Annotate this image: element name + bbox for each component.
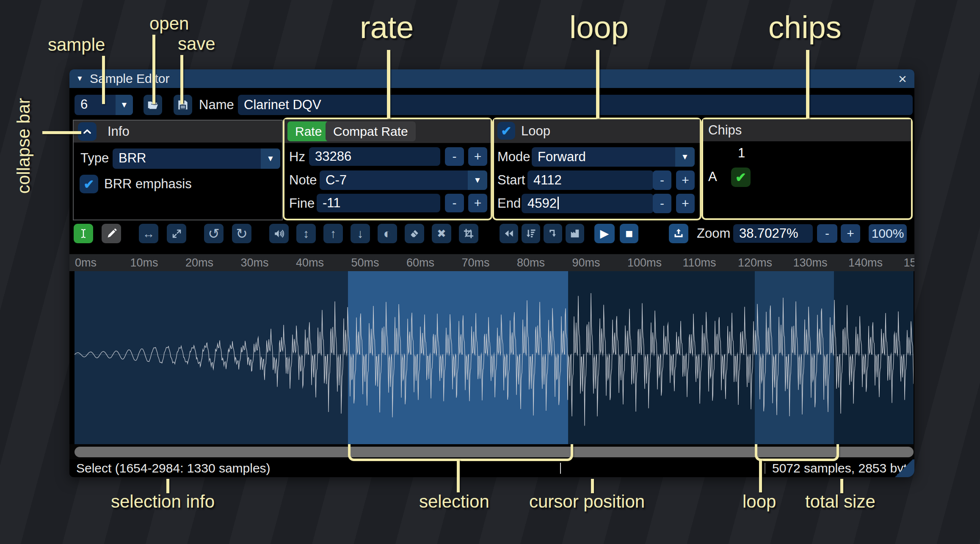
chevron-down-icon: ▼ — [261, 148, 280, 169]
edit-mode-select-button[interactable] — [74, 224, 93, 243]
annotation-sample: sample — [48, 35, 105, 55]
ruler-tick-label: 50ms — [351, 254, 379, 271]
fade-out-button[interactable]: ↓ — [351, 224, 370, 243]
preview-play-button[interactable]: ▶ — [594, 224, 615, 243]
annotation-chips: chips — [768, 9, 842, 45]
annotation-selection: selection — [419, 492, 489, 512]
zoom-reset-button[interactable]: 100% — [869, 224, 907, 243]
info-panel-header: Info — [74, 121, 282, 143]
loop-start-minus-button[interactable]: - — [653, 170, 671, 190]
silence-button[interactable] — [405, 224, 424, 243]
hz-input[interactable]: 33286 — [309, 147, 440, 166]
fine-label: Fine — [289, 194, 315, 213]
annotation-line-chips — [806, 50, 809, 118]
checkmark-icon: ✔ — [501, 124, 511, 138]
ruler-tick-label: 120ms — [738, 254, 772, 271]
preview-stop-button[interactable]: ■ — [620, 224, 638, 243]
ruler-tick-label: 130ms — [793, 254, 828, 271]
loop-mode-value: Forward — [532, 147, 675, 167]
timeline-ruler[interactable]: 0ms10ms20ms30ms40ms50ms60ms70ms80ms90ms1… — [69, 254, 914, 271]
delete-button[interactable]: ✖ — [432, 224, 451, 243]
title-bar[interactable]: ▼ Sample Editor × — [69, 69, 914, 88]
i-beam-cursor-icon — [77, 227, 89, 240]
loop-checkbox[interactable]: ✔ — [497, 122, 515, 140]
loop-mode-select[interactable]: Forward ▼ — [532, 147, 695, 167]
loop-end-plus-button[interactable]: + — [676, 194, 695, 213]
undo-button[interactable]: ↺ — [204, 224, 224, 243]
tab-compat-rate[interactable]: Compat Rate — [326, 121, 416, 141]
normalize-button[interactable]: ↕ — [296, 224, 316, 243]
window-collapse-triangle-icon[interactable]: ▼ — [76, 69, 83, 88]
zoom-input[interactable]: 38.7027% — [733, 224, 813, 243]
status-separator — [765, 463, 765, 474]
annotation-line-sample — [102, 56, 105, 104]
ruler-tick-label: 10ms — [130, 254, 158, 271]
annotation-open: open — [149, 14, 189, 34]
chevron-up-icon — [82, 126, 93, 137]
fine-minus-button[interactable]: - — [445, 194, 464, 212]
note-value: C-7 — [320, 170, 468, 190]
amplify-button[interactable] — [269, 224, 289, 243]
ruler-tick-label: 20ms — [185, 254, 213, 271]
fade-in-button[interactable]: ↑ — [323, 224, 343, 243]
info-panel: Info Type BRR ▼ ✔ BRR emphasis — [73, 120, 283, 220]
hz-plus-button[interactable]: + — [468, 147, 487, 166]
name-input[interactable]: Clarinet DQV — [238, 95, 913, 115]
zoom-in-button[interactable]: + — [841, 224, 860, 243]
loop-start-input[interactable]: 4112 — [527, 170, 654, 190]
ruler-tick-label: 60ms — [406, 254, 434, 271]
status-bar: Select (1654-2984: 1330 samples) 5072 sa… — [69, 459, 914, 477]
waveform-canvas[interactable] — [75, 271, 914, 444]
zoom-label: Zoom — [697, 224, 730, 243]
x-delete-icon: ✖ — [437, 227, 446, 240]
chevron-down-icon: ▼ — [675, 147, 695, 167]
half-circle-contrast-icon: ◐ — [383, 226, 391, 242]
edit-mode-draw-button[interactable] — [102, 224, 121, 243]
sample-type-select[interactable]: BRR ▼ — [113, 148, 280, 169]
chips-panel-title: Chips — [708, 119, 742, 141]
downsample-button[interactable] — [522, 224, 540, 243]
hz-label: Hz — [289, 147, 305, 167]
brr-emphasis-checkbox[interactable]: ✔ — [80, 175, 98, 193]
loop-end-minus-button[interactable]: - — [653, 194, 671, 213]
minus-label: - — [660, 196, 664, 211]
redo-button[interactable]: ↻ — [232, 224, 251, 243]
zoom-out-button[interactable]: - — [817, 224, 837, 243]
tab-rate[interactable]: Rate — [287, 121, 329, 141]
loop-start-label: Start — [497, 170, 525, 190]
waveform-display[interactable] — [75, 271, 914, 444]
annotation-line-collapse-bar — [42, 131, 81, 134]
fine-plus-button[interactable]: + — [468, 194, 487, 212]
annotation-cursor-position: cursor position — [529, 492, 645, 512]
annotation-line-loop — [596, 50, 599, 118]
close-icon[interactable]: × — [898, 69, 907, 88]
status-separator — [560, 463, 561, 474]
sample-selector-value: 6 — [75, 95, 116, 115]
fine-value: -11 — [323, 195, 341, 210]
loop-start-plus-button[interactable]: + — [676, 170, 695, 190]
note-select[interactable]: C-7 ▼ — [320, 170, 487, 190]
type-label: Type — [80, 148, 109, 168]
reverse-button[interactable] — [500, 224, 518, 243]
upload-sample-button[interactable] — [669, 224, 688, 243]
resample-button[interactable] — [167, 224, 186, 243]
selection-bracket-stem — [457, 459, 460, 492]
resize-button[interactable]: ↔ — [139, 224, 158, 243]
minus-label: - — [453, 196, 457, 210]
minus-label: - — [660, 173, 664, 187]
redo-icon: ↻ — [236, 225, 248, 242]
invert-button[interactable]: ◐ — [378, 224, 397, 243]
fine-input[interactable]: -11 — [317, 194, 440, 212]
insert-button[interactable] — [544, 224, 562, 243]
create-wavetable-button[interactable] — [566, 224, 584, 243]
arrow-turn-down-icon — [547, 228, 559, 239]
total-size-text: 5072 samples, 2853 bytes — [772, 459, 914, 477]
minus-label: - — [825, 226, 829, 241]
ruler-tick-label: 110ms — [683, 254, 716, 271]
trim-button[interactable] — [459, 224, 478, 243]
mode-label: Mode — [497, 147, 530, 167]
loop-end-input[interactable]: 4592 — [522, 194, 654, 213]
annotation-line-selection-info — [166, 479, 169, 493]
chip-enable-checkbox[interactable]: ✔ — [731, 168, 751, 187]
hz-minus-button[interactable]: - — [445, 147, 464, 166]
